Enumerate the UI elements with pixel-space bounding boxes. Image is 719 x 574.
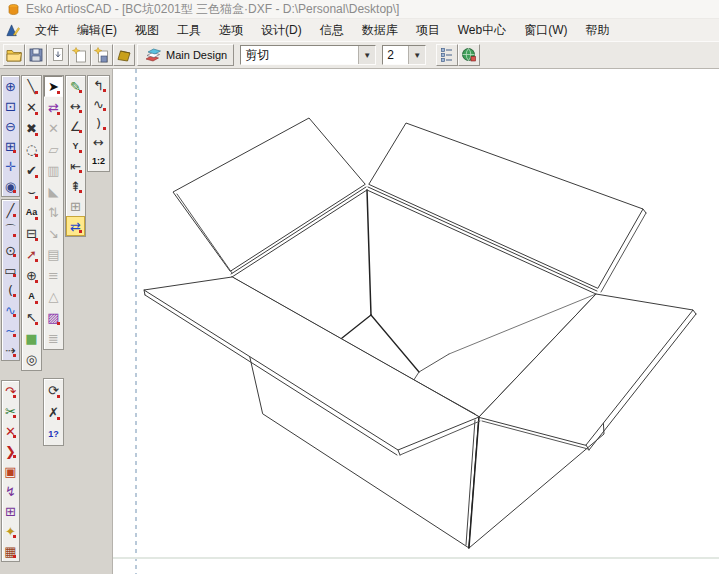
arc-through-point-tool[interactable]: (: [2, 280, 19, 300]
delete-object-tool[interactable]: ✕: [44, 118, 63, 139]
arc-tool[interactable]: ⌒: [2, 220, 19, 240]
move-to-layer-tool[interactable]: ▣: [2, 461, 19, 481]
dimension-boxes-tool[interactable]: ⊟: [22, 223, 41, 244]
bezier-tool[interactable]: ~: [2, 320, 19, 340]
cross-break-tool[interactable]: ✕: [22, 97, 41, 118]
zoom-rescale[interactable]: ⊞: [2, 136, 19, 156]
view-mode[interactable]: ◉: [2, 176, 19, 196]
hook-curve-tool[interactable]: ⌣: [22, 181, 41, 202]
move-copy-tool[interactable]: ⇄: [44, 97, 63, 118]
save-embedded-design-button[interactable]: [91, 44, 113, 66]
trim-tool[interactable]: ✂: [2, 401, 19, 421]
menu-item-7[interactable]: 数据库: [353, 20, 407, 40]
zoom-window[interactable]: ⊡: [2, 96, 19, 116]
auto-dimension-tool[interactable]: ⇄: [66, 216, 85, 236]
flyout-dot: [57, 91, 60, 94]
angle-dimension-tool[interactable]: ∠: [66, 116, 85, 136]
extension-dimension-tool[interactable]: ⇤: [66, 156, 85, 176]
rotate-object-tool[interactable]: ◣: [44, 181, 63, 202]
grid-dimension-tool[interactable]: ⊞: [66, 196, 85, 216]
menu-item-3[interactable]: 工具: [168, 20, 210, 40]
arrow-annotation-tool[interactable]: ➚: [22, 244, 41, 265]
scale-object-tool[interactable]: ⇅: [44, 202, 63, 223]
stairs-copy-tool[interactable]: ≣: [44, 328, 63, 349]
offset-line-tool[interactable]: ⇢: [2, 340, 19, 360]
rectangle-tool[interactable]: ▭: [2, 260, 19, 280]
bridge-tool[interactable]: ❯: [2, 441, 19, 461]
pan[interactable]: ✛: [2, 156, 19, 176]
d-profile-tool[interactable]: ): [88, 114, 109, 133]
window-title: Esko ArtiosCAD - [BC坑0201型 三色猫盒·DXF - D:…: [26, 1, 399, 18]
delete-segment-tool[interactable]: ✕: [2, 421, 19, 441]
rotate-view-tool[interactable]: ⟳: [44, 379, 63, 401]
menu-item-9[interactable]: Web中心: [449, 20, 515, 40]
menu-item-10[interactable]: 窗口(W): [515, 20, 576, 40]
measure-query-tool[interactable]: 1?: [44, 423, 63, 445]
double-cut-tool[interactable]: ✖: [22, 118, 41, 139]
line-tool[interactable]: ╱: [2, 200, 19, 220]
array-copy-tool[interactable]: ▤: [44, 244, 63, 265]
circle-tool[interactable]: ⊙: [2, 240, 19, 260]
width-arrow-tool[interactable]: ↔: [88, 133, 109, 152]
flyout-dot: [35, 91, 38, 94]
publish-button[interactable]: [458, 44, 480, 66]
horizontal-dimension-tool[interactable]: ↔: [66, 96, 85, 116]
menu-item-6[interactable]: 信息: [311, 20, 353, 40]
leader-text-tool[interactable]: ↖: [22, 307, 41, 328]
zoom-out[interactable]: ⊖: [2, 116, 19, 136]
group-edit-tool[interactable]: ⊞: [2, 501, 19, 521]
registration-mark-tool[interactable]: ⊕: [22, 265, 41, 286]
group-object-tool[interactable]: ▨: [44, 307, 63, 328]
check-direction-tool[interactable]: ✔: [22, 160, 41, 181]
menu-item-4[interactable]: 选项: [210, 20, 252, 40]
combo-arrow-icon[interactable]: ▼: [358, 46, 375, 64]
drawing-canvas[interactable]: [113, 69, 719, 574]
flip-check-tool[interactable]: ✗: [44, 401, 63, 423]
fillet-tool[interactable]: ↷: [2, 381, 19, 401]
select-tool[interactable]: ➤: [44, 76, 63, 97]
style-combo[interactable]: 剪切 ▼: [240, 45, 376, 65]
wave-profile-tool[interactable]: ∿: [88, 95, 109, 114]
branch-dimension-tool[interactable]: Y: [66, 136, 85, 156]
mirror-object-tool[interactable]: ↘: [44, 223, 63, 244]
align-tool[interactable]: △: [44, 286, 63, 307]
menu-item-2[interactable]: 视图: [126, 20, 168, 40]
layer-stack-tool[interactable]: ≡: [44, 265, 63, 286]
clip-mark-tool[interactable]: ◎: [22, 349, 41, 370]
menu-item-11[interactable]: 帮助: [576, 20, 618, 40]
menu-item-5[interactable]: 设计(D): [252, 20, 311, 40]
rectangle-select-tool[interactable]: ▱: [44, 139, 63, 160]
merge-tool[interactable]: ▦: [2, 541, 19, 561]
select-segment-tool[interactable]: ╲: [22, 76, 41, 97]
copy-object-tool[interactable]: ▥: [44, 160, 63, 181]
select-move-tools-toolbar: ➤⇄✕▱▥◣⇅↘▤≡△▨≣: [43, 75, 64, 350]
combo-arrow-icon[interactable]: ▼: [408, 46, 425, 64]
dotted-circle-tool[interactable]: ◌: [22, 139, 41, 160]
open-button[interactable]: [3, 44, 25, 66]
menu-item-8[interactable]: 项目: [407, 20, 449, 40]
new-embedded-design-button[interactable]: [69, 44, 91, 66]
zoom-in[interactable]: ⊕: [2, 76, 19, 96]
export-button[interactable]: [47, 44, 69, 66]
curve-tool[interactable]: ∿: [2, 300, 19, 320]
flyout-dot: [13, 535, 16, 538]
edit-dimension-tool[interactable]: ✎: [66, 76, 85, 96]
workspace-button[interactable]: [113, 44, 135, 66]
paragraph-text-tool[interactable]: A: [22, 286, 41, 307]
menu-item-1[interactable]: 编辑(E): [68, 20, 126, 40]
extend-tool[interactable]: ✦: [2, 521, 19, 541]
flyout-dot: [13, 395, 16, 398]
main-design-button[interactable]: Main Design: [137, 44, 234, 66]
z-profile-tool[interactable]: ↰: [88, 76, 109, 95]
flyout-dot: [35, 133, 38, 136]
count-combo[interactable]: 2 ▼: [382, 45, 426, 65]
scale-ratio-label[interactable]: 1:2: [88, 152, 109, 171]
save-button[interactable]: [25, 44, 47, 66]
hatch-fill-tool[interactable]: ■: [22, 328, 41, 349]
sequence-tool[interactable]: ↯: [2, 481, 19, 501]
stack-dimension-tool[interactable]: ⇞: [66, 176, 85, 196]
view-tools-toolbar: ⊕⊡⊖⊞✛◉: [1, 75, 20, 197]
text-tool[interactable]: Aa: [22, 202, 41, 223]
menu-item-0[interactable]: 文件: [26, 20, 68, 40]
properties-button[interactable]: [436, 44, 458, 66]
